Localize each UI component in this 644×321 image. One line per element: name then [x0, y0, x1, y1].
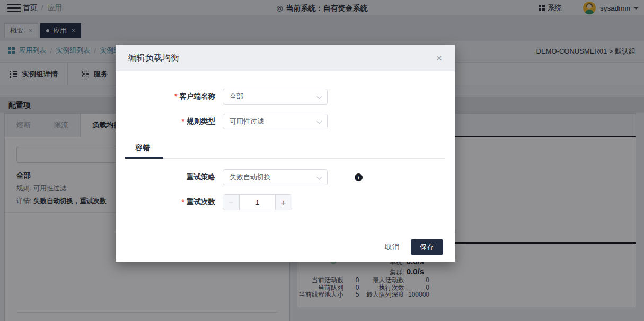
client-name-label: *客户端名称: [116, 92, 215, 101]
increment-button[interactable]: +: [276, 195, 292, 210]
close-icon[interactable]: ×: [436, 53, 442, 63]
active-tab-indicator: [125, 157, 163, 159]
required-mark: *: [182, 117, 184, 125]
fault-tolerance-tabbar: 容错: [125, 143, 445, 159]
client-name-row: *客户端名称 全部: [116, 89, 455, 105]
retry-strategy-row: 重试策略 失败自动切换 i: [116, 169, 455, 185]
rule-type-row: *规则类型 可用性过滤: [116, 114, 455, 129]
tab-fault-tolerance[interactable]: 容错: [135, 143, 150, 158]
dialog-header: 编辑负载均衡 ×: [116, 45, 455, 71]
client-name-value: 全部: [230, 92, 243, 101]
retry-count-label: *重试次数: [116, 197, 215, 207]
save-button[interactable]: 保存: [411, 239, 443, 255]
info-icon[interactable]: i: [355, 173, 363, 181]
retry-strategy-value: 失败自动切换: [230, 172, 271, 182]
rule-type-value: 可用性过滤: [230, 117, 264, 126]
chevron-down-icon: [317, 175, 322, 180]
retry-count-stepper: − +: [223, 194, 292, 210]
page: 首页/应用 ◎当前系统：自有资金系统 系统 sysadmin 概要 × 应用 ×: [0, 0, 644, 321]
chevron-down-icon: [317, 94, 322, 99]
required-mark: *: [174, 92, 177, 100]
retry-count-input[interactable]: [239, 195, 276, 210]
retry-count-row: *重试次数 − +: [116, 194, 455, 210]
required-mark: *: [182, 198, 184, 206]
rule-type-select[interactable]: 可用性过滤: [223, 114, 328, 129]
dialog-footer: 取消 保存: [116, 232, 455, 262]
retry-strategy-select[interactable]: 失败自动切换: [223, 169, 328, 185]
rule-type-label: *规则类型: [116, 117, 215, 126]
edit-load-balance-dialog: 编辑负载均衡 × *客户端名称 全部 *规则类型 可用性过滤 容错 重试策略 失…: [116, 45, 455, 262]
cancel-button[interactable]: 取消: [385, 242, 399, 252]
retry-strategy-label: 重试策略: [116, 172, 215, 182]
dialog-title: 编辑负载均衡: [128, 53, 179, 64]
chevron-down-icon: [317, 119, 322, 124]
client-name-select[interactable]: 全部: [223, 89, 328, 105]
decrement-button[interactable]: −: [223, 195, 239, 210]
